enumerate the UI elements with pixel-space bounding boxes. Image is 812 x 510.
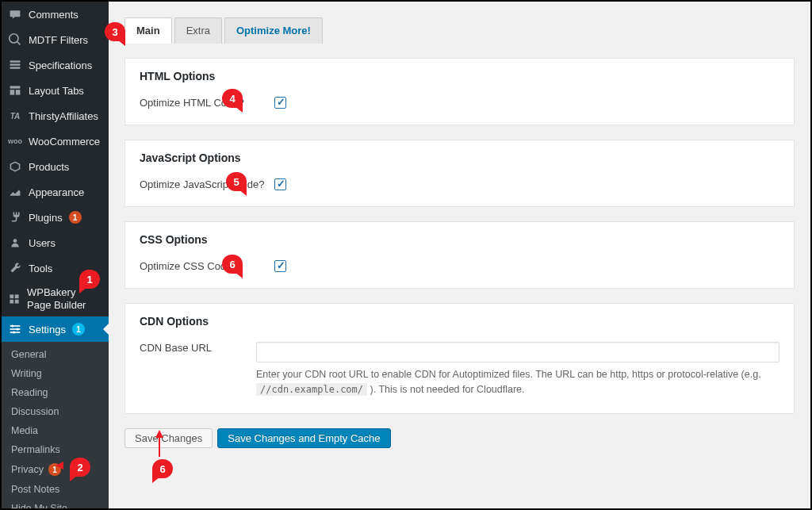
field-wrap: Enter your CDN root URL to enable CDN fo… [256,342,779,397]
menu-label: Specifications [29,59,92,71]
svg-rect-1 [10,63,21,65]
panel-js-options: JavaScript Options Optimize JavaScript C… [124,140,795,207]
optimize-css-checkbox[interactable] [274,260,286,272]
menu-label: MDTF Filters [29,34,88,46]
submenu-general[interactable]: General [2,345,109,364]
save-changes-button[interactable]: Save Changes [124,428,213,448]
svg-point-15 [17,328,19,331]
option-label: Optimize CSS Code? [140,260,274,272]
svg-rect-9 [10,299,13,303]
submenu-writing[interactable]: Writing [2,364,109,383]
menu-settings[interactable]: Settings 1 [2,316,109,342]
svg-rect-5 [16,90,21,94]
option-row: Optimize HTML Code? [140,97,779,109]
menu-mdtf-filters[interactable]: MDTF Filters [2,27,109,52]
helper-code: //cdn.example.com/ [256,383,367,396]
panel-cdn-options: CDN Options CDN Base URL Enter your CDN … [124,303,795,414]
grid-icon [8,58,22,72]
submenu-post-notes[interactable]: Post Notes [2,480,109,499]
menu-label: Tools [29,263,52,274]
menu-woocommerce[interactable]: woo WooCommerce [2,128,109,154]
menu-wpbakery[interactable]: WPBakery Page Builder [2,281,109,316]
submenu-privacy[interactable]: Privacy 1 [2,459,109,480]
menu-thirstyaffiliates[interactable]: TA ThirstyAffiliates [2,103,109,128]
comment-icon [8,7,22,21]
menu-products[interactable]: Products [2,154,109,179]
menu-label: Layout Tabs [29,85,84,97]
tools-icon [8,261,22,275]
menu-layout-tabs[interactable]: Layout Tabs [2,78,109,103]
menu-label: WPBakery Page Builder [27,286,102,311]
option-label: CDN Base URL [140,342,256,354]
svg-point-14 [11,325,13,328]
svg-rect-0 [10,60,21,62]
menu-label: Products [29,161,69,173]
svg-rect-2 [10,67,21,68]
option-label: Optimize HTML Code? [140,97,274,109]
svg-point-6 [13,239,17,243]
ta-icon: TA [8,109,22,123]
notice-badge: 1 [72,323,85,336]
menu-comments[interactable]: Comments [2,2,109,27]
update-badge: 1 [69,211,82,224]
action-row: Save Changes Save Changes and Empty Cach… [124,428,795,448]
submenu-discussion[interactable]: Discussion [2,402,109,421]
search-icon [8,33,22,47]
menu-label: Comments [29,9,79,21]
wpb-icon [8,292,21,306]
privacy-badge: 1 [48,463,61,476]
panel-css-options: CSS Options Optimize CSS Code? [124,221,795,289]
submenu-hide-my-site[interactable]: Hide My Site [2,499,109,508]
tab-extra[interactable]: Extra [174,17,222,44]
helper-text: Enter your CDN root URL to enable CDN fo… [256,367,779,397]
svg-rect-3 [10,86,21,88]
svg-point-16 [13,332,15,334]
settings-tabs: Main Extra Optimize More! [124,17,795,44]
menu-label: Settings [29,324,66,336]
layout-icon [8,83,22,98]
option-row: Optimize JavaScript Code? [140,178,779,190]
woo-icon: woo [8,134,22,148]
svg-rect-7 [10,294,13,298]
cdn-base-url-input[interactable] [256,342,779,362]
menu-label: Appearance [29,186,84,198]
svg-rect-4 [10,90,15,94]
panel-title: HTML Options [140,70,779,82]
menu-label: Users [29,237,56,249]
optimize-js-checkbox[interactable] [274,178,286,190]
option-row: Optimize CSS Code? [140,260,779,272]
menu-label: Plugins [29,212,63,224]
submenu-media[interactable]: Media [2,421,109,440]
panel-html-options: HTML Options Optimize HTML Code? [124,58,795,125]
plugin-icon [8,210,22,224]
panel-title: CSS Options [140,233,779,246]
settings-submenu: General Writing Reading Discussion Media… [2,342,109,508]
menu-tools[interactable]: Tools [2,255,109,281]
settings-main: Main Extra Optimize More! HTML Options O… [109,2,810,508]
tab-main[interactable]: Main [124,17,172,44]
svg-rect-8 [15,294,19,298]
submenu-permalinks[interactable]: Permalinks [2,440,109,459]
tab-optimize-more[interactable]: Optimize More! [224,17,323,44]
save-changes-empty-cache-button[interactable]: Save Changes and Empty Cache [217,428,390,448]
menu-appearance[interactable]: Appearance [2,179,109,205]
app-frame: Comments MDTF Filters Specifications Lay… [0,0,812,510]
menu-label: ThirstyAffiliates [29,110,98,122]
settings-icon [8,322,22,336]
panel-title: JavaScript Options [140,151,779,164]
menu-specifications[interactable]: Specifications [2,52,109,78]
option-label: Optimize JavaScript Code? [140,178,274,190]
products-icon [8,159,22,174]
option-row: CDN Base URL Enter your CDN root URL to … [140,342,779,397]
optimize-html-checkbox[interactable] [274,97,286,109]
menu-users[interactable]: Users [2,230,109,255]
users-icon [8,236,22,250]
menu-plugins[interactable]: Plugins 1 [2,205,109,230]
svg-rect-10 [15,299,19,303]
appearance-icon [8,185,22,199]
admin-sidebar: Comments MDTF Filters Specifications Lay… [2,2,109,508]
menu-label: WooCommerce [29,136,100,148]
submenu-reading[interactable]: Reading [2,383,109,402]
panel-title: CDN Options [140,315,779,328]
